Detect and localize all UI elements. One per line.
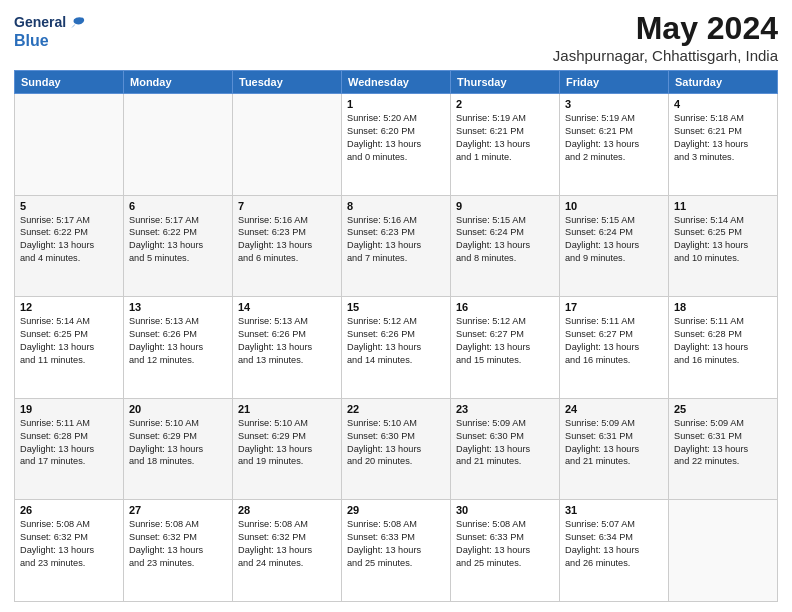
day-number: 15	[347, 301, 445, 313]
day-cell: 19Sunrise: 5:11 AM Sunset: 6:28 PM Dayli…	[15, 398, 124, 500]
day-cell: 15Sunrise: 5:12 AM Sunset: 6:26 PM Dayli…	[342, 297, 451, 399]
calendar-title: May 2024	[553, 10, 778, 47]
day-info: Sunrise: 5:12 AM Sunset: 6:27 PM Dayligh…	[456, 315, 554, 367]
day-cell: 6Sunrise: 5:17 AM Sunset: 6:22 PM Daylig…	[124, 195, 233, 297]
day-number: 22	[347, 403, 445, 415]
day-cell: 13Sunrise: 5:13 AM Sunset: 6:26 PM Dayli…	[124, 297, 233, 399]
day-info: Sunrise: 5:07 AM Sunset: 6:34 PM Dayligh…	[565, 518, 663, 570]
day-cell: 2Sunrise: 5:19 AM Sunset: 6:21 PM Daylig…	[451, 94, 560, 196]
day-number: 18	[674, 301, 772, 313]
day-cell	[669, 500, 778, 602]
day-number: 13	[129, 301, 227, 313]
day-number: 5	[20, 200, 118, 212]
day-cell	[124, 94, 233, 196]
day-number: 29	[347, 504, 445, 516]
day-info: Sunrise: 5:13 AM Sunset: 6:26 PM Dayligh…	[129, 315, 227, 367]
day-number: 8	[347, 200, 445, 212]
day-info: Sunrise: 5:16 AM Sunset: 6:23 PM Dayligh…	[347, 214, 445, 266]
day-number: 6	[129, 200, 227, 212]
day-info: Sunrise: 5:20 AM Sunset: 6:20 PM Dayligh…	[347, 112, 445, 164]
day-cell: 17Sunrise: 5:11 AM Sunset: 6:27 PM Dayli…	[560, 297, 669, 399]
day-cell: 29Sunrise: 5:08 AM Sunset: 6:33 PM Dayli…	[342, 500, 451, 602]
weekday-friday: Friday	[560, 71, 669, 94]
day-info: Sunrise: 5:13 AM Sunset: 6:26 PM Dayligh…	[238, 315, 336, 367]
day-number: 21	[238, 403, 336, 415]
header: General Blue May 2024 Jashpurnagar, Chha…	[14, 10, 778, 64]
weekday-wednesday: Wednesday	[342, 71, 451, 94]
day-cell: 10Sunrise: 5:15 AM Sunset: 6:24 PM Dayli…	[560, 195, 669, 297]
logo-line1: General	[14, 15, 66, 30]
day-info: Sunrise: 5:19 AM Sunset: 6:21 PM Dayligh…	[565, 112, 663, 164]
day-number: 19	[20, 403, 118, 415]
day-cell: 4Sunrise: 5:18 AM Sunset: 6:21 PM Daylig…	[669, 94, 778, 196]
day-cell: 12Sunrise: 5:14 AM Sunset: 6:25 PM Dayli…	[15, 297, 124, 399]
logo-line2: Blue	[14, 32, 86, 50]
day-info: Sunrise: 5:16 AM Sunset: 6:23 PM Dayligh…	[238, 214, 336, 266]
day-number: 12	[20, 301, 118, 313]
day-number: 2	[456, 98, 554, 110]
week-row-5: 26Sunrise: 5:08 AM Sunset: 6:32 PM Dayli…	[15, 500, 778, 602]
day-number: 4	[674, 98, 772, 110]
day-number: 11	[674, 200, 772, 212]
logo: General Blue	[14, 14, 86, 50]
day-cell: 5Sunrise: 5:17 AM Sunset: 6:22 PM Daylig…	[15, 195, 124, 297]
day-number: 31	[565, 504, 663, 516]
day-number: 27	[129, 504, 227, 516]
day-cell: 30Sunrise: 5:08 AM Sunset: 6:33 PM Dayli…	[451, 500, 560, 602]
weekday-monday: Monday	[124, 71, 233, 94]
day-cell: 8Sunrise: 5:16 AM Sunset: 6:23 PM Daylig…	[342, 195, 451, 297]
day-cell: 9Sunrise: 5:15 AM Sunset: 6:24 PM Daylig…	[451, 195, 560, 297]
day-number: 7	[238, 200, 336, 212]
day-number: 24	[565, 403, 663, 415]
day-number: 9	[456, 200, 554, 212]
week-row-4: 19Sunrise: 5:11 AM Sunset: 6:28 PM Dayli…	[15, 398, 778, 500]
day-info: Sunrise: 5:08 AM Sunset: 6:33 PM Dayligh…	[456, 518, 554, 570]
day-number: 23	[456, 403, 554, 415]
day-cell: 28Sunrise: 5:08 AM Sunset: 6:32 PM Dayli…	[233, 500, 342, 602]
day-cell: 11Sunrise: 5:14 AM Sunset: 6:25 PM Dayli…	[669, 195, 778, 297]
weekday-sunday: Sunday	[15, 71, 124, 94]
day-info: Sunrise: 5:08 AM Sunset: 6:32 PM Dayligh…	[238, 518, 336, 570]
day-info: Sunrise: 5:14 AM Sunset: 6:25 PM Dayligh…	[674, 214, 772, 266]
day-number: 30	[456, 504, 554, 516]
day-info: Sunrise: 5:10 AM Sunset: 6:30 PM Dayligh…	[347, 417, 445, 469]
week-row-1: 1Sunrise: 5:20 AM Sunset: 6:20 PM Daylig…	[15, 94, 778, 196]
day-cell: 3Sunrise: 5:19 AM Sunset: 6:21 PM Daylig…	[560, 94, 669, 196]
day-info: Sunrise: 5:17 AM Sunset: 6:22 PM Dayligh…	[129, 214, 227, 266]
day-number: 28	[238, 504, 336, 516]
day-info: Sunrise: 5:11 AM Sunset: 6:27 PM Dayligh…	[565, 315, 663, 367]
day-cell: 23Sunrise: 5:09 AM Sunset: 6:30 PM Dayli…	[451, 398, 560, 500]
day-info: Sunrise: 5:15 AM Sunset: 6:24 PM Dayligh…	[565, 214, 663, 266]
day-info: Sunrise: 5:19 AM Sunset: 6:21 PM Dayligh…	[456, 112, 554, 164]
day-cell: 24Sunrise: 5:09 AM Sunset: 6:31 PM Dayli…	[560, 398, 669, 500]
day-cell: 7Sunrise: 5:16 AM Sunset: 6:23 PM Daylig…	[233, 195, 342, 297]
day-info: Sunrise: 5:09 AM Sunset: 6:30 PM Dayligh…	[456, 417, 554, 469]
day-info: Sunrise: 5:09 AM Sunset: 6:31 PM Dayligh…	[674, 417, 772, 469]
calendar-subtitle: Jashpurnagar, Chhattisgarh, India	[553, 47, 778, 64]
week-row-2: 5Sunrise: 5:17 AM Sunset: 6:22 PM Daylig…	[15, 195, 778, 297]
day-info: Sunrise: 5:12 AM Sunset: 6:26 PM Dayligh…	[347, 315, 445, 367]
week-row-3: 12Sunrise: 5:14 AM Sunset: 6:25 PM Dayli…	[15, 297, 778, 399]
day-cell: 27Sunrise: 5:08 AM Sunset: 6:32 PM Dayli…	[124, 500, 233, 602]
day-cell: 21Sunrise: 5:10 AM Sunset: 6:29 PM Dayli…	[233, 398, 342, 500]
page: General Blue May 2024 Jashpurnagar, Chha…	[0, 0, 792, 612]
day-info: Sunrise: 5:18 AM Sunset: 6:21 PM Dayligh…	[674, 112, 772, 164]
day-cell: 1Sunrise: 5:20 AM Sunset: 6:20 PM Daylig…	[342, 94, 451, 196]
weekday-header-row: SundayMondayTuesdayWednesdayThursdayFrid…	[15, 71, 778, 94]
day-number: 17	[565, 301, 663, 313]
day-cell: 31Sunrise: 5:07 AM Sunset: 6:34 PM Dayli…	[560, 500, 669, 602]
day-info: Sunrise: 5:11 AM Sunset: 6:28 PM Dayligh…	[674, 315, 772, 367]
day-info: Sunrise: 5:08 AM Sunset: 6:32 PM Dayligh…	[129, 518, 227, 570]
day-cell: 20Sunrise: 5:10 AM Sunset: 6:29 PM Dayli…	[124, 398, 233, 500]
day-info: Sunrise: 5:10 AM Sunset: 6:29 PM Dayligh…	[129, 417, 227, 469]
day-cell	[233, 94, 342, 196]
day-info: Sunrise: 5:08 AM Sunset: 6:33 PM Dayligh…	[347, 518, 445, 570]
day-info: Sunrise: 5:17 AM Sunset: 6:22 PM Dayligh…	[20, 214, 118, 266]
day-cell: 14Sunrise: 5:13 AM Sunset: 6:26 PM Dayli…	[233, 297, 342, 399]
day-info: Sunrise: 5:15 AM Sunset: 6:24 PM Dayligh…	[456, 214, 554, 266]
weekday-tuesday: Tuesday	[233, 71, 342, 94]
day-info: Sunrise: 5:10 AM Sunset: 6:29 PM Dayligh…	[238, 417, 336, 469]
title-block: May 2024 Jashpurnagar, Chhattisgarh, Ind…	[553, 10, 778, 64]
weekday-thursday: Thursday	[451, 71, 560, 94]
weekday-saturday: Saturday	[669, 71, 778, 94]
